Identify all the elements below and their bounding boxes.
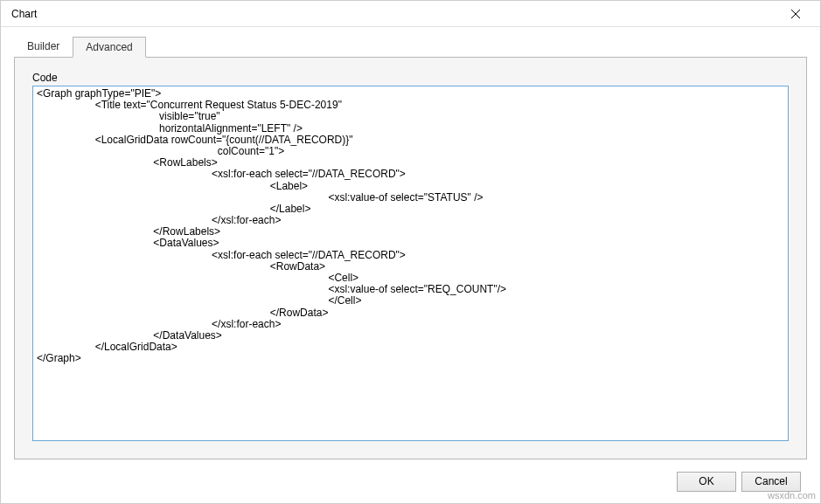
tabs: Builder Advanced (14, 36, 807, 57)
tab-builder[interactable]: Builder (14, 36, 73, 57)
code-label: Code (32, 72, 789, 84)
close-icon (791, 10, 800, 18)
cancel-button[interactable]: Cancel (741, 472, 801, 492)
dialog-title: Chart (11, 8, 37, 20)
close-button[interactable] (778, 2, 813, 26)
code-wrapper (32, 86, 789, 441)
code-textarea[interactable] (33, 86, 788, 440)
chart-dialog: Chart Builder Advanced Code OK Cancel (0, 0, 821, 504)
advanced-panel: Code (14, 57, 807, 459)
content-area: Builder Advanced Code (1, 27, 820, 459)
titlebar: Chart (1, 1, 820, 27)
button-bar: OK Cancel (1, 459, 820, 503)
ok-button[interactable]: OK (677, 472, 736, 492)
tab-advanced[interactable]: Advanced (73, 37, 145, 58)
